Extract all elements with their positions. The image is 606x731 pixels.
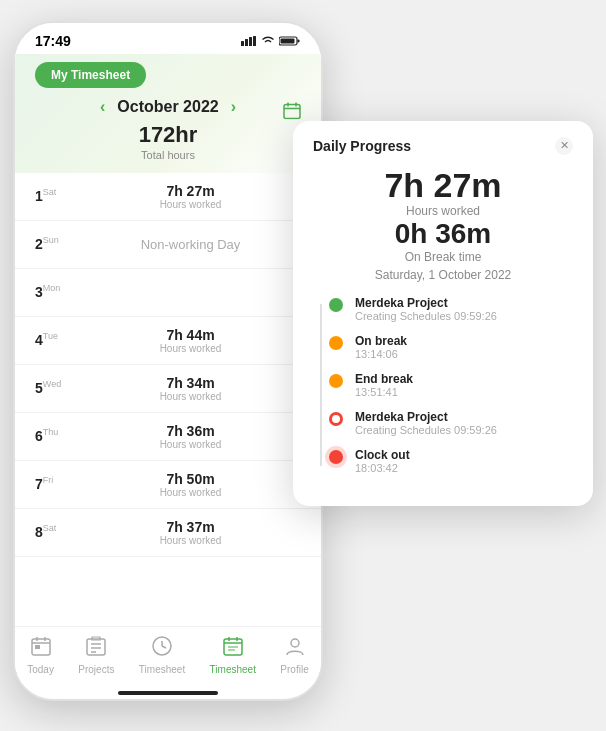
tl-sub: Creating Schedules 09:59:26 xyxy=(355,310,497,322)
table-row[interactable]: 5Wed 7h 34m Hours worked xyxy=(15,365,321,413)
nav-projects-label: Projects xyxy=(78,664,114,675)
break-time-value: 0h 36m xyxy=(313,218,573,250)
tl-sub: 13:51:41 xyxy=(355,386,413,398)
table-row[interactable]: 1Sat 7h 27m Hours worked xyxy=(15,173,321,221)
table-row[interactable]: 7Fri 7h 50m Hours worked xyxy=(15,461,321,509)
signal-icon xyxy=(241,36,257,46)
svg-point-29 xyxy=(291,639,299,647)
nav-timesheet-calendar[interactable]: Timesheet xyxy=(210,635,256,675)
svg-rect-1 xyxy=(245,39,248,46)
status-bar: 17:49 xyxy=(15,23,321,54)
nav-today[interactable]: Today xyxy=(27,635,54,675)
total-hours-label: Total hours xyxy=(35,149,301,161)
next-month-arrow[interactable]: › xyxy=(231,98,236,116)
nav-timesheet-clock-label: Timesheet xyxy=(139,664,185,675)
svg-rect-5 xyxy=(298,39,300,42)
projects-icon xyxy=(85,635,107,662)
tl-sub: Creating Schedules 09:59:26 xyxy=(355,424,497,436)
entries-list: 1Sat 7h 27m Hours worked 2Sun Non-workin… xyxy=(15,173,321,626)
tl-title: Merdeka Project xyxy=(355,296,497,310)
table-row[interactable]: 6Thu 7h 36m Hours worked xyxy=(15,413,321,461)
timeline-item: Merdeka Project Creating Schedules 09:59… xyxy=(329,296,573,322)
dot-red-ring xyxy=(329,450,343,464)
svg-line-22 xyxy=(162,646,166,648)
profile-icon xyxy=(284,635,306,662)
timeline-item: Clock out 18:03:42 xyxy=(329,448,573,474)
timeline-item: On break 13:14:06 xyxy=(329,334,573,360)
svg-rect-6 xyxy=(281,38,295,43)
calendar-icon[interactable] xyxy=(283,102,301,125)
dot-green xyxy=(329,298,343,312)
timeline: Merdeka Project Creating Schedules 09:59… xyxy=(313,296,573,474)
table-row[interactable]: 4Tue 7h 44m Hours worked xyxy=(15,317,321,365)
timeline-item: End break 13:51:41 xyxy=(329,372,573,398)
clock-icon xyxy=(151,635,173,662)
svg-rect-2 xyxy=(249,37,252,46)
close-button[interactable]: ✕ xyxy=(555,137,573,155)
nav-profile[interactable]: Profile xyxy=(280,635,308,675)
svg-rect-0 xyxy=(241,41,244,46)
top-area: My Timesheet ‹ October 2022 › xyxy=(15,54,321,173)
tl-sub: 13:14:06 xyxy=(355,348,407,360)
dot-orange xyxy=(329,336,343,350)
status-time: 17:49 xyxy=(35,33,71,49)
nav-timesheet-calendar-label: Timesheet xyxy=(210,664,256,675)
month-nav: ‹ October 2022 › xyxy=(35,98,301,116)
status-icons xyxy=(241,36,301,46)
dot-orange xyxy=(329,374,343,388)
svg-rect-7 xyxy=(284,105,300,119)
dot-red-outline xyxy=(329,412,343,426)
svg-rect-11 xyxy=(32,639,50,655)
tl-title: End break xyxy=(355,372,413,386)
svg-rect-3 xyxy=(253,36,256,46)
hours-worked-value: 7h 27m xyxy=(313,167,573,204)
prev-month-arrow[interactable]: ‹ xyxy=(100,98,105,116)
today-icon xyxy=(30,635,52,662)
daily-progress-card: Daily Progress ✕ 7h 27m Hours worked 0h … xyxy=(293,121,593,506)
table-row[interactable]: 2Sun Non-working Day xyxy=(15,221,321,269)
home-indicator xyxy=(118,691,218,695)
nav-today-label: Today xyxy=(27,664,54,675)
hours-worked-label: Hours worked xyxy=(313,204,573,218)
nav-timesheet-clock[interactable]: Timesheet xyxy=(139,635,185,675)
scene: 17:49 xyxy=(13,11,593,721)
card-hours-section: 7h 27m Hours worked 0h 36m On Break time xyxy=(313,167,573,264)
month-title: October 2022 xyxy=(117,98,218,116)
nav-profile-label: Profile xyxy=(280,664,308,675)
timeline-item: Merdeka Project Creating Schedules 09:59… xyxy=(329,410,573,436)
break-time-label: On Break time xyxy=(313,250,573,264)
phone-frame: 17:49 xyxy=(13,21,323,701)
table-row[interactable]: 8Sat 7h 37m Hours worked xyxy=(15,509,321,557)
battery-icon xyxy=(279,36,301,46)
card-date: Saturday, 1 October 2022 xyxy=(313,268,573,282)
card-title: Daily Progress xyxy=(313,138,411,154)
total-hours: 172hr Total hours xyxy=(35,122,301,161)
table-row[interactable]: 3Mon xyxy=(15,269,321,317)
tl-title: On break xyxy=(355,334,407,348)
timesheet-button[interactable]: My Timesheet xyxy=(35,62,146,88)
svg-rect-15 xyxy=(35,645,40,649)
tl-title: Merdeka Project xyxy=(355,410,497,424)
nav-projects[interactable]: Projects xyxy=(78,635,114,675)
tl-title: Clock out xyxy=(355,448,410,462)
tl-sub: 18:03:42 xyxy=(355,462,410,474)
total-hours-value: 172hr xyxy=(35,122,301,148)
card-header: Daily Progress ✕ xyxy=(313,137,573,155)
bottom-nav: Today Projects xyxy=(15,626,321,687)
wifi-icon xyxy=(261,36,275,46)
calendar-nav-icon xyxy=(222,635,244,662)
